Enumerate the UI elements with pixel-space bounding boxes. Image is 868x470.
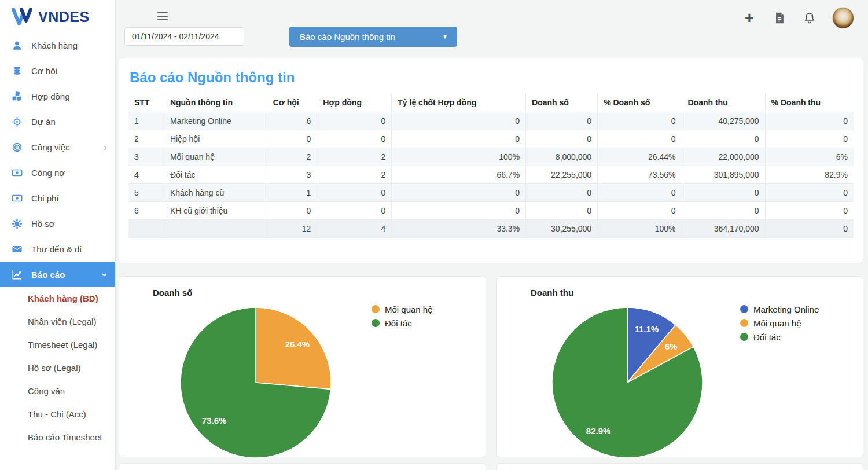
table-header-cell: % Doanh thu <box>765 93 854 112</box>
notifications-button[interactable] <box>802 10 817 25</box>
table-header-cell: Doanh số <box>526 93 598 112</box>
table-header-cell: % Doanh số <box>598 93 682 112</box>
legend-item[interactable]: Marketing Online <box>740 302 819 316</box>
sidebar-item-cong-viec[interactable]: Công việc› <box>0 134 115 160</box>
table-header-cell: Tỷ lệ chốt Hợp đồng <box>392 93 526 112</box>
report-title: Báo cáo Nguồn thông tin <box>130 69 854 86</box>
sidebar-item-chi-phi[interactable]: Chi phí <box>0 185 115 211</box>
chevron-down-icon: › <box>101 273 111 276</box>
submenu-item-thu-chi-acc[interactable]: Thu - Chi (Acc) <box>0 403 115 426</box>
table-cell <box>164 220 267 238</box>
legend-item[interactable]: Mối quan hệ <box>372 302 433 316</box>
sidebar-item-cong-no[interactable]: Công nợ <box>0 160 115 185</box>
sidebar-item-label: Thư đến & đi <box>31 244 82 254</box>
table-cell: 0 <box>526 202 598 220</box>
table-cell: 0 <box>267 130 317 148</box>
table-cell: 0 <box>526 184 598 202</box>
brand-name: VNDES <box>38 9 90 25</box>
table-cell: 6% <box>765 148 854 166</box>
legend-label: Đối tác <box>385 318 412 328</box>
legend: Marketing OnlineMối quan hệĐối tác <box>740 302 819 344</box>
legend-dot-icon <box>740 333 748 341</box>
sidebar-item-co-hoi[interactable]: Cơ hội <box>0 58 115 83</box>
report-card: Báo cáo Nguồn thông tin STTNguồn thông t… <box>119 58 863 263</box>
table-cell: Mối quan hệ <box>164 148 267 166</box>
sidebar-item-label: Hợp đồng <box>31 91 70 101</box>
legend-label: Marketing Online <box>753 304 819 314</box>
pie-slice-label: 26.4% <box>285 339 310 349</box>
table-cell: 0 <box>765 202 854 220</box>
crosshair-icon <box>12 116 23 127</box>
sidebar-item-du-an[interactable]: Dự án <box>0 109 115 134</box>
sidebar-item-label: Chi phí <box>31 193 59 203</box>
sidebar-item-khach-hang[interactable]: Khách hàng <box>0 32 115 58</box>
table-cell: KH cũ giới thiệu <box>164 202 267 220</box>
date-range-input[interactable] <box>124 27 244 46</box>
submenu-item-timesheet-legal[interactable]: Timesheet (Legal) <box>0 333 115 357</box>
table-row: 2Hiệp hội0000000 <box>128 130 854 148</box>
legend-item[interactable]: Mối quan hệ <box>740 316 819 330</box>
legend-dot-icon <box>372 305 380 313</box>
report-table: STTNguồn thông tinCơ hộiHợp đồngTỷ lệ ch… <box>128 93 854 238</box>
legend: Mối quan hệĐối tác <box>372 302 433 330</box>
table-cell: 0 <box>598 112 682 130</box>
table-cell: 5 <box>128 184 164 202</box>
chart-line-icon <box>12 269 23 280</box>
table-cell: 1 <box>128 112 164 130</box>
table-cell: 3 <box>128 148 164 166</box>
pie-chart-doanh-thu: 11.1%6%82.9% <box>551 306 704 459</box>
submenu-item-bao-cao-timesheet[interactable]: Báo cáo Timesheet <box>0 426 115 449</box>
pie-slice-label: 73.6% <box>202 416 227 425</box>
table-cell: 22,255,000 <box>526 166 598 184</box>
submenu-item-ho-so-legal[interactable]: Hồ sơ (Legal) <box>0 357 115 380</box>
table-cell: 0 <box>317 112 392 130</box>
submenu-item-cong-van[interactable]: Công văn <box>0 380 115 403</box>
table-header-cell: Cơ hội <box>267 93 317 112</box>
database-icon <box>12 65 23 76</box>
chart-card-doanh-thu: Doanh thu 11.1%6%82.9% Marketing OnlineM… <box>496 276 863 457</box>
chart-card-doanh-so: Doanh số 26.4%73.6% Mối quan hệĐối tác <box>119 276 486 457</box>
legend-dot-icon <box>740 305 748 313</box>
table-cell: 0 <box>765 112 854 130</box>
vndes-logo-icon <box>12 8 34 25</box>
sidebar-item-label: Công việc <box>31 142 70 152</box>
table-cell: 26.44% <box>598 148 682 166</box>
legend-dot-icon <box>740 319 748 327</box>
pie-chart-doanh-so: 26.4%73.6% <box>179 306 332 459</box>
table-cell: 2 <box>267 148 317 166</box>
submenu-item-nhan-vien-legal[interactable]: Nhân viên (Legal) <box>0 310 115 333</box>
table-cell: 0 <box>392 202 526 220</box>
table-cell: 0 <box>765 130 854 148</box>
table-header-cell: Hợp đồng <box>317 93 392 112</box>
sidebar-item-label: Công nợ <box>31 168 65 178</box>
report-type-dropdown[interactable]: Báo cáo Nguồn thông tin ▼ <box>289 27 457 47</box>
sidebar-item-thu-den-di[interactable]: Thư đến & đi <box>0 236 115 262</box>
legend-label: Mối quan hệ <box>385 304 433 314</box>
table-cell: 4 <box>128 166 164 184</box>
table-cell: 0 <box>526 112 598 130</box>
table-total-row: 12433.3%30,255,000100%364,170,0000 <box>128 220 854 238</box>
chart-title: Doanh thu <box>531 288 573 298</box>
table-cell: 0 <box>267 202 317 220</box>
table-cell: Khách hàng cũ <box>164 184 267 202</box>
sidebar-item-bao-cao[interactable]: Báo cáo› <box>0 262 115 287</box>
avatar[interactable] <box>832 7 854 29</box>
hamburger-menu-icon[interactable] <box>157 12 168 23</box>
sidebar-item-label: Báo cáo <box>31 270 65 280</box>
table-header-cell: STT <box>128 93 164 112</box>
submenu-item-khach-hang-bd[interactable]: Khách hàng (BD) <box>0 287 115 310</box>
sidebar-item-hop-dong[interactable]: Hợp đồng <box>0 83 115 109</box>
legend-item[interactable]: Đối tác <box>740 330 819 344</box>
brand-logo[interactable]: VNDES <box>0 0 115 31</box>
table-cell: 0 <box>765 184 854 202</box>
legend-item[interactable]: Đối tác <box>372 316 433 330</box>
sidebar-item-ho-so[interactable]: Hồ sơ <box>0 211 115 236</box>
table-cell: 82.9% <box>765 166 854 184</box>
topbar-actions: + <box>742 7 854 29</box>
add-button[interactable]: + <box>742 10 757 25</box>
plus-icon: + <box>745 12 754 24</box>
table-cell: 0 <box>526 130 598 148</box>
documents-button[interactable] <box>772 10 787 25</box>
table-cell: Marketing Online <box>164 112 267 130</box>
table-cell: 0 <box>392 184 526 202</box>
